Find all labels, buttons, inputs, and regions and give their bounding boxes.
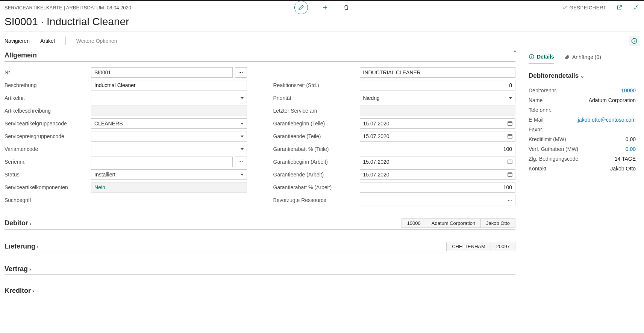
date-garantieende-teile[interactable]: 15.07.2020 xyxy=(360,131,516,142)
label-beschreibung: Beschreibung xyxy=(5,82,91,88)
fb-kontakt-label: Kontakt xyxy=(529,166,546,172)
svg-rect-3 xyxy=(508,160,512,164)
fb-email-label: E-Mail xyxy=(529,117,544,123)
label-variantencode: Variantencode xyxy=(5,146,91,152)
lieferung-summary-0[interactable]: CHELTENHAM xyxy=(446,242,491,251)
info-icon xyxy=(631,38,638,44)
collapse-icon xyxy=(633,5,639,11)
fb-kontakt-value: Jakob Otto xyxy=(610,166,636,172)
input-seriennr[interactable] xyxy=(91,157,233,167)
select-servicepreisgruppencode[interactable] xyxy=(91,131,247,142)
input-nr[interactable] xyxy=(91,67,233,78)
new-button[interactable] xyxy=(321,4,329,11)
select-serviceartikelgruppencode[interactable]: CLEANERS xyxy=(91,118,247,129)
factbox-tab-details[interactable]: Details xyxy=(529,54,554,63)
lookup-icon[interactable]: ··· xyxy=(508,197,512,203)
lookup-seriennr[interactable]: ··· xyxy=(235,157,247,167)
trash-icon xyxy=(343,4,349,11)
fasttab-vertrag[interactable]: Vertrag› xyxy=(5,265,31,273)
fb-zlg-value: 14 TAGE xyxy=(615,156,636,162)
fasttab-kreditor[interactable]: Kreditor› xyxy=(5,287,34,295)
input-reaktionszeit[interactable] xyxy=(360,80,516,90)
chevron-right-icon: › xyxy=(30,220,32,226)
input-garantierabatt-teile[interactable] xyxy=(360,144,516,154)
label-artikelbeschreibung: Artikelbeschreibung xyxy=(5,108,91,114)
input-garantierabatt-arbeit[interactable] xyxy=(360,182,516,193)
svg-rect-1 xyxy=(508,122,512,125)
fb-debitorennr-label: Debitorennr. xyxy=(529,87,557,93)
select-variantencode[interactable] xyxy=(91,144,247,154)
fb-email-value[interactable]: jakob.otto@contoso.com xyxy=(578,117,636,123)
menu-artikel[interactable]: Artikel xyxy=(40,38,55,44)
date-garantieende-arbeit[interactable]: 15.07.2020 xyxy=(360,169,516,180)
pencil-icon xyxy=(298,5,304,11)
label-suchbegriff: Suchbegriff xyxy=(5,197,91,203)
label-letzter-service: Letzter Service am xyxy=(273,108,360,114)
svg-rect-2 xyxy=(508,134,512,138)
scroll-up-arrow[interactable]: ▴ xyxy=(514,48,519,54)
breadcrumb: SERVICEARTIKELKARTE | ARBEITSDATUM: 08.0… xyxy=(5,5,131,11)
edit-button[interactable] xyxy=(294,1,308,14)
label-status: Status xyxy=(5,172,91,178)
fb-kreditlimit-label: Kreditlimit (MW) xyxy=(529,136,566,142)
menu-weitere-optionen[interactable]: Weitere Optionen xyxy=(76,38,117,44)
label-reaktionszeit: Reaktionszeit (Std.) xyxy=(273,82,360,88)
factbox-section-title[interactable]: Debitorendetails⌄ xyxy=(529,72,636,80)
select-prioritaet[interactable]: Niedrig xyxy=(360,93,516,103)
label-garantiebeginn-teile: Garantiebeginn (Teile) xyxy=(273,121,360,127)
attachment-icon xyxy=(565,54,570,60)
label-garantierabatt-arbeit: Garantierabatt % (Arbeit) xyxy=(273,184,360,190)
fb-zlg-label: Zlg.-Bedingungscode xyxy=(529,156,578,162)
chevron-right-icon: › xyxy=(37,244,39,250)
label-garantieende-arbeit: Garantieende (Arbeit) xyxy=(273,172,360,178)
label-prioritaet: Priorität xyxy=(273,95,360,101)
fb-debitorennr-value[interactable]: 10000 xyxy=(621,87,636,93)
chevron-down-icon: ⌄ xyxy=(580,73,585,79)
select-artikelnr[interactable] xyxy=(91,93,247,103)
input-suchbegriff-upper[interactable] xyxy=(360,67,516,78)
delete-button[interactable] xyxy=(342,4,350,11)
page-title: SI0001 · Inductrial Cleaner xyxy=(0,11,644,32)
input-letzter-service xyxy=(360,105,516,116)
fb-faxnr-label: Faxnr. xyxy=(529,127,543,133)
fb-name-value: Adatum Corporation xyxy=(589,97,636,103)
calendar-icon[interactable] xyxy=(507,172,513,177)
fb-telefonnr-label: Telefonnr. xyxy=(529,107,552,113)
input-artikelbeschreibung xyxy=(91,105,247,116)
debitor-summary-1[interactable]: Adatum Corporation xyxy=(426,218,481,228)
chevron-right-icon: › xyxy=(32,288,34,294)
label-garantieende-teile: Garantieende (Teile) xyxy=(273,133,360,139)
section-allgemein-title[interactable]: Allgemein xyxy=(5,48,515,62)
link-serviceartikelkomponenten[interactable]: Nein xyxy=(91,182,247,193)
check-icon xyxy=(562,5,567,10)
label-nr: Nr. xyxy=(5,69,91,75)
calendar-icon[interactable] xyxy=(507,121,513,126)
select-status[interactable]: Installiert xyxy=(91,169,247,180)
label-garantiebeginn-arbeit: Garantiebeginn (Arbeit) xyxy=(273,159,360,165)
debitor-summary-0[interactable]: 10000 xyxy=(402,218,426,228)
input-bevorzugte-ressource[interactable]: ··· xyxy=(360,195,516,205)
fb-verf-guthaben-label: Verf. Guthaben (MW) xyxy=(529,146,578,152)
calendar-icon[interactable] xyxy=(507,133,513,139)
label-serviceartikelkomponenten: Serviceartikelkomponenten xyxy=(5,184,91,190)
svg-rect-4 xyxy=(508,173,512,176)
date-garantiebeginn-arbeit[interactable]: 15.07.2020 xyxy=(360,157,516,167)
collapse-button[interactable] xyxy=(632,4,639,11)
menu-navigieren[interactable]: Navigieren xyxy=(5,38,30,44)
factbox-tab-anhaenge[interactable]: Anhänge (0) xyxy=(565,54,601,63)
calendar-icon[interactable] xyxy=(507,159,513,164)
date-garantiebeginn-teile[interactable]: 15.07.2020 xyxy=(360,118,516,129)
menu-separator xyxy=(65,37,66,45)
plus-icon xyxy=(322,4,329,11)
label-servicepreisgruppencode: Servicepreisgruppencode xyxy=(5,133,91,139)
info-button[interactable] xyxy=(629,36,639,46)
fasttab-lieferung[interactable]: Lieferung› xyxy=(5,243,39,250)
info-icon xyxy=(529,54,535,60)
lieferung-summary-1[interactable]: 20097 xyxy=(491,242,515,251)
fasttab-debitor[interactable]: Debitor› xyxy=(5,219,32,227)
input-beschreibung[interactable] xyxy=(91,80,247,90)
debitor-summary-2[interactable]: Jakob Otto xyxy=(480,218,515,228)
fb-verf-guthaben-value[interactable]: 0,00 xyxy=(626,146,636,152)
lookup-nr[interactable]: ··· xyxy=(235,67,247,78)
popout-button[interactable] xyxy=(615,4,623,11)
